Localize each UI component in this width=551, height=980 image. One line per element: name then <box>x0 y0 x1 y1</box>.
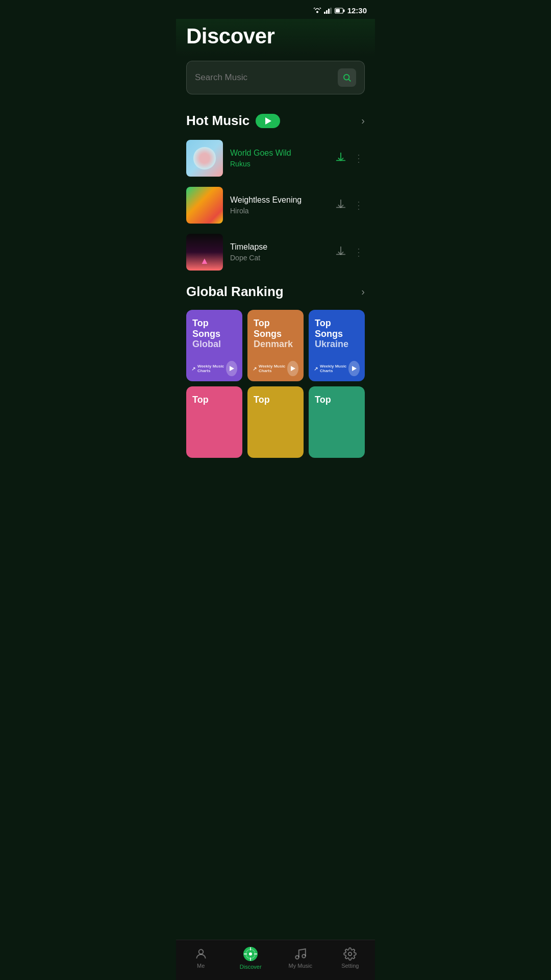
nav-item-me[interactable]: Me <box>176 947 226 969</box>
download-icon-2[interactable] <box>335 199 346 212</box>
song-list: World Goes Wild Rukus ⋮ Weightless Eveni… <box>176 135 375 276</box>
global-ranking-title: Global Ranking <box>186 284 284 300</box>
ranking-card-title-5: Top <box>254 395 297 405</box>
song-name-2: Weightless Evening <box>230 195 328 205</box>
hot-music-more[interactable]: › <box>361 115 365 127</box>
ranking-card-title-4: Top <box>192 395 236 405</box>
song-info-2: Weightless Evening Hirola <box>230 195 328 215</box>
nav-label-me: Me <box>197 963 205 969</box>
music-icon <box>294 947 307 961</box>
nav-item-discover[interactable]: Discover <box>226 946 276 970</box>
search-button[interactable] <box>338 68 356 87</box>
svg-rect-1 <box>326 10 328 14</box>
ranking-card-bottom-global: Weekly Music Charts <box>191 361 237 376</box>
song-name-1: World Goes Wild <box>230 149 328 158</box>
hot-music-play-toggle[interactable] <box>256 114 280 128</box>
song-artist-2: Hirola <box>230 207 328 215</box>
hot-music-title: Hot Music <box>186 113 280 129</box>
song-actions-3: ⋮ <box>335 246 365 259</box>
global-ranking-header: Global Ranking › <box>176 276 375 306</box>
ranking-card-title-6: Top <box>315 395 359 405</box>
song-info-1: World Goes Wild Rukus <box>230 149 328 168</box>
search-icon <box>342 73 352 82</box>
svg-point-17 <box>295 955 299 959</box>
battery-icon <box>335 8 345 14</box>
hot-music-label: Hot Music <box>186 113 249 129</box>
song-thumbnail-3 <box>186 234 223 271</box>
svg-point-12 <box>249 952 252 955</box>
ranking-card-bottom-denmark: Weekly Music Charts <box>253 361 298 376</box>
more-icon-2[interactable]: ⋮ <box>354 199 365 211</box>
global-ranking-more[interactable]: › <box>361 286 365 298</box>
search-input[interactable] <box>195 72 333 83</box>
signal-icon <box>324 8 332 14</box>
nav-label-setting: Setting <box>341 963 359 969</box>
ranking-card-ukraine[interactable]: Top Songs Ukraine Weekly Music Charts <box>309 310 365 381</box>
discover-icon <box>243 946 258 962</box>
ranking-card-4[interactable]: Top <box>186 386 242 458</box>
search-container <box>176 57 375 105</box>
song-artist-1: Rukus <box>230 160 328 168</box>
nav-label-discover: Discover <box>240 964 262 970</box>
ranking-card-title-denmark: Top Songs Denmark <box>254 318 297 350</box>
more-icon-1[interactable]: ⋮ <box>354 152 365 164</box>
svg-line-8 <box>348 79 350 81</box>
song-actions-1: ⋮ <box>335 152 365 165</box>
download-icon-3[interactable] <box>335 246 346 259</box>
header: Discover <box>176 19 375 57</box>
svg-point-18 <box>302 954 306 958</box>
hot-music-header: Hot Music › <box>176 105 375 135</box>
play-btn-denmark[interactable] <box>287 361 298 376</box>
search-bar[interactable] <box>186 61 365 94</box>
table-row[interactable]: World Goes Wild Rukus ⋮ <box>176 135 375 182</box>
ranking-grid: Top Songs Global Weekly Music Charts Top… <box>176 306 375 466</box>
play-btn-ukraine[interactable] <box>348 361 360 376</box>
global-ranking-label: Global Ranking <box>186 284 284 300</box>
svg-rect-2 <box>328 9 330 14</box>
song-artist-3: Dope Cat <box>230 254 328 262</box>
ranking-card-bottom-ukraine: Weekly Music Charts <box>314 361 360 376</box>
song-name-3: Timelapse <box>230 242 328 252</box>
more-icon-3[interactable]: ⋮ <box>354 246 365 258</box>
download-icon-1[interactable] <box>335 152 346 165</box>
song-actions-2: ⋮ <box>335 199 365 212</box>
ranking-card-global[interactable]: Top Songs Global Weekly Music Charts <box>186 310 242 381</box>
wifi-icon <box>313 8 321 14</box>
status-icons: 12:30 <box>313 6 367 15</box>
nav-label-mymusic: My Music <box>289 963 312 969</box>
ranking-card-title-ukraine: Top Songs Ukraine <box>315 318 359 350</box>
svg-rect-0 <box>324 12 325 14</box>
ranking-card-denmark[interactable]: Top Songs Denmark Weekly Music Charts <box>247 310 304 381</box>
ranking-card-6[interactable]: Top <box>309 386 365 458</box>
chart-label-denmark: Weekly Music Charts <box>253 364 287 373</box>
status-time: 12:30 <box>347 6 367 15</box>
chart-label-global: Weekly Music Charts <box>191 364 226 373</box>
song-info-3: Timelapse Dope Cat <box>230 242 328 262</box>
table-row[interactable]: Timelapse Dope Cat ⋮ <box>176 229 375 276</box>
nav-item-setting[interactable]: Setting <box>325 947 375 969</box>
svg-rect-5 <box>343 9 345 12</box>
chart-label-ukraine: Weekly Music Charts <box>314 364 348 373</box>
ranking-card-5[interactable]: Top <box>247 386 304 458</box>
svg-rect-3 <box>330 8 332 14</box>
status-bar: 12:30 <box>176 0 375 19</box>
ranking-card-title-global: Top Songs Global <box>192 318 236 350</box>
table-row[interactable]: Weightless Evening Hirola ⋮ <box>176 182 375 229</box>
nav-item-mymusic[interactable]: My Music <box>276 947 325 969</box>
person-icon <box>194 947 208 961</box>
song-thumbnail-2 <box>186 187 223 224</box>
svg-point-9 <box>198 949 203 954</box>
svg-rect-6 <box>336 9 340 12</box>
page-title: Discover <box>186 24 365 48</box>
song-thumbnail-1 <box>186 140 223 177</box>
play-btn-global[interactable] <box>226 361 237 376</box>
settings-icon <box>343 947 357 961</box>
bottom-nav: Me Discover My Music Setting <box>176 940 375 980</box>
